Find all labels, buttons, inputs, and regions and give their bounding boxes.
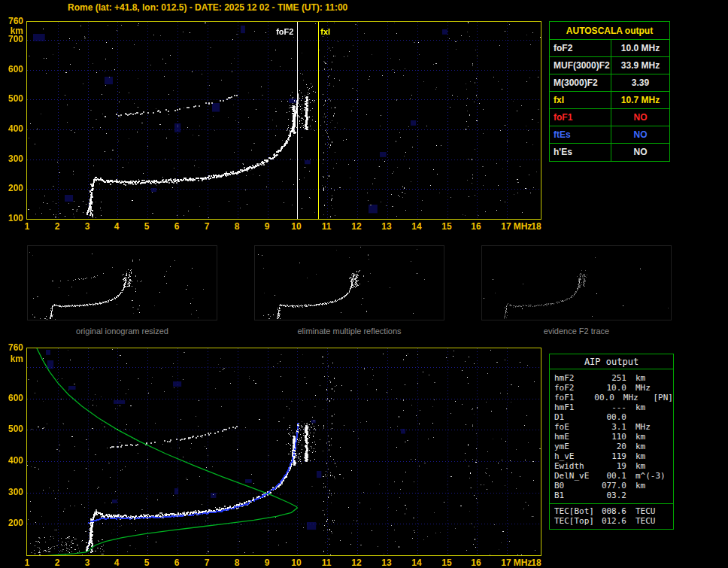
autoscala-param-label: foF2 (550, 40, 611, 56)
aip-param-name: Ewidth (550, 461, 596, 471)
fxi-marker-label: fxI (320, 28, 330, 36)
aip-param-name: TEC[Bot] (550, 506, 596, 516)
aip-param-unit: TECU (626, 506, 656, 516)
aip-row: B0077.0km (550, 481, 673, 491)
autoscala-row: foF1NO (550, 109, 669, 126)
aip-row: TEC[Top]012.6TECU (550, 516, 673, 526)
thumbnail-no-multiples-canvas (255, 246, 444, 320)
autoscala-row: MUF(3000)F233.9 MHz (550, 57, 669, 74)
thumbnail-caption-eliminate: eliminate multiple reflections (254, 327, 444, 336)
aip-row: foF100.0MHz [PN] (550, 393, 673, 402)
autoscala-param-label: fxI (550, 92, 611, 108)
x-axis-label-14: 14 (408, 558, 426, 567)
aip-param-name: B1 (550, 491, 596, 500)
thumbnail-f2-evidence (481, 245, 672, 320)
y-axis-label-500: 500 (0, 94, 23, 103)
autoscala-param-value: 33.9 MHz (611, 57, 669, 74)
x-axis-label-14: 14 (408, 222, 426, 231)
station-header: Rome (lat: +41.8, lon: 012.5) - DATE: 20… (68, 2, 347, 13)
aip-output-rows: hmF2251kmfoF210.0MHzfoF100.0MHz [PN]hmF1… (550, 369, 673, 502)
aip-row: DelN_vE00.1m^(-3) (550, 471, 673, 481)
aip-param-value: 10.0 (596, 383, 626, 393)
x-axis-label-1: 1 (18, 558, 36, 567)
aip-param-value: 3.1 (596, 422, 626, 432)
x-axis-label-13: 13 (378, 222, 396, 231)
aip-row: Ewidth19km (550, 461, 673, 471)
aip-param-unit: MHz (626, 422, 651, 432)
fof2-marker-label: foF2 (254, 28, 293, 36)
y-axis-label-760: 760 (0, 17, 23, 26)
aip-param-unit: km (626, 481, 645, 491)
aip-param-value: 119 (596, 451, 626, 461)
x-axis-label-11: 11 (317, 222, 335, 231)
autoscala-param-value: 3.39 (611, 74, 669, 91)
x-axis-label-16: 16 (467, 222, 485, 231)
aip-param-value: 00.0 (596, 412, 626, 422)
x-axis-label-8: 8 (228, 222, 246, 231)
aip-param-value: 00.1 (596, 471, 626, 481)
thumbnail-no-multiples (254, 245, 444, 320)
y-axis-label-300: 300 (0, 488, 23, 497)
aip-row: hmF2251km (550, 373, 673, 383)
aip-param-name: hmF2 (550, 373, 596, 383)
x-axis-unit-label: MHz (509, 222, 536, 231)
x-axis-label-3: 3 (78, 222, 96, 231)
x-axis-label-4: 4 (108, 222, 126, 231)
aip-param-name: B0 (550, 481, 596, 491)
aip-row: TEC[Bot]008.6TECU (550, 506, 673, 516)
aip-param-name: TEC[Top] (550, 516, 596, 526)
aip-param-unit: km (626, 461, 645, 471)
autoscala-param-value: NO (611, 109, 669, 126)
y-axis-label-500: 500 (0, 424, 23, 433)
y-axis-label-760: 760 (0, 343, 23, 352)
y-axis-label-400: 400 (0, 124, 23, 133)
autoscala-param-value: 10.0 MHz (611, 40, 669, 56)
autoscala-param-label: M(3000)F2 (550, 74, 611, 91)
aip-param-value: 110 (596, 432, 626, 442)
autoscala-param-value: NO (611, 126, 669, 143)
y-axis-label-200: 200 (0, 184, 23, 193)
y-axis-label-300: 300 (0, 154, 23, 163)
autoscala-row: foF210.0 MHz (550, 40, 669, 57)
autoscala-row: h'EsNO (550, 144, 669, 161)
autoscala-output-rows: foF210.0 MHzMUF(3000)F233.9 MHzM(3000)F2… (550, 40, 669, 161)
profile-ionogram-plot (26, 348, 541, 556)
aip-row: B103.2 (550, 491, 673, 500)
x-axis-label-9: 9 (258, 558, 276, 567)
aip-param-unit: TECU (626, 516, 656, 526)
x-axis-label-2: 2 (48, 222, 66, 231)
x-axis-label-13: 13 (378, 558, 396, 567)
autoscala-param-value: 10.7 MHz (611, 92, 669, 108)
aip-param-unit: MHz [PN] (614, 393, 673, 402)
autoscala-row: M(3000)F23.39 (550, 74, 669, 92)
aip-param-value: 012.6 (596, 516, 626, 526)
aip-param-unit: MHz (626, 383, 651, 393)
autoscala-output-title: AUTOSCALA output (550, 22, 669, 40)
autoscala-param-label: MUF(3000)F2 (550, 57, 611, 74)
aip-param-name: D1 (550, 412, 596, 422)
aip-row: foE3.1MHz (550, 422, 673, 432)
aip-param-unit: km (626, 373, 645, 383)
scaled-ionogram-canvas (27, 22, 541, 219)
y-axis-label-600: 600 (0, 393, 23, 402)
aip-param-name: DelN_vE (550, 471, 596, 481)
autoscala-ionogram-screen: Rome (lat: +41.8, lon: 012.5) - DATE: 20… (0, 0, 728, 568)
aip-param-unit: m^(-3) (626, 471, 666, 481)
aip-row: D100.0 (550, 412, 673, 422)
scaled-ionogram-plot (26, 21, 541, 220)
aip-param-value: --- (596, 402, 626, 412)
aip-param-value: 00.0 (590, 393, 614, 402)
y-axis-label-700: 700 (0, 35, 23, 44)
y-axis-label-km: km (0, 354, 23, 363)
x-axis-label-9: 9 (258, 222, 276, 231)
x-axis-label-4: 4 (108, 558, 126, 567)
profile-ionogram-canvas (27, 348, 541, 555)
autoscala-param-value: NO (611, 144, 669, 161)
thumbnail-caption-original: original ionogram resized (27, 327, 217, 336)
aip-param-value: 19 (596, 461, 626, 471)
aip-row: ymE20km (550, 442, 673, 451)
aip-tec-rows: TEC[Bot]008.6TECUTEC[Top]012.6TECU (550, 506, 673, 527)
x-axis-label-15: 15 (438, 222, 456, 231)
x-axis-label-3: 3 (78, 558, 96, 567)
aip-param-name: foF1 (550, 393, 590, 402)
